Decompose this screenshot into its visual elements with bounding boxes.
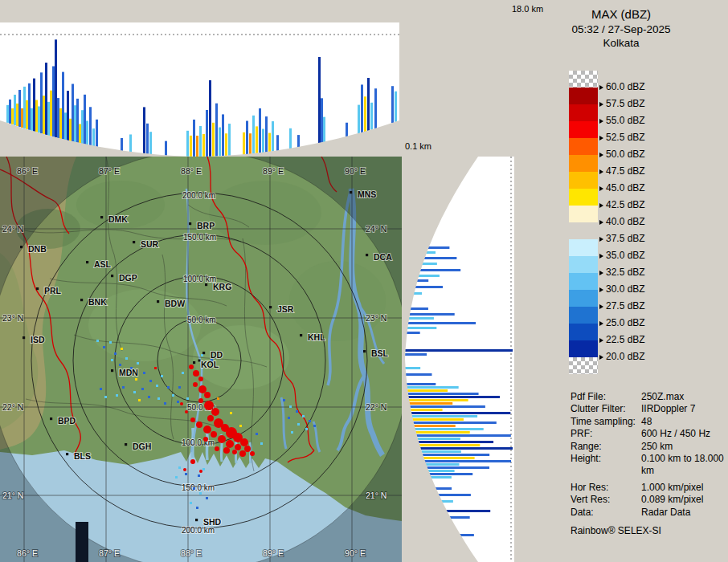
city-label: BSL: [371, 348, 389, 358]
city-label: JSR: [277, 304, 294, 314]
data-gap-bar: [76, 522, 88, 562]
info-row: Range:250 km: [571, 441, 725, 453]
city-label: BRP: [197, 221, 215, 230]
city-marker: [202, 352, 205, 354]
info-row: Clutter Filter:IIRDoppler 7: [571, 403, 725, 415]
legend-label: 27.5 dBZ: [606, 300, 645, 312]
city-marker: [363, 350, 366, 352]
top-profile-chart: [0, 0, 402, 157]
lon-label: 86° E: [17, 548, 38, 558]
lon-label: 88° E: [181, 166, 202, 176]
legend-color-block: [569, 273, 598, 290]
info-value: 48: [641, 416, 725, 428]
legend-tick-icon: [599, 153, 603, 157]
info-label: Clutter Filter:: [571, 403, 641, 415]
info-row: Hor Res:1.000 km/pixel: [571, 482, 725, 494]
lat-label: 21° N: [2, 491, 23, 500]
city-label: BNK: [88, 297, 107, 307]
info-value: 600 Hz / 450 Hz: [641, 428, 725, 440]
legend-color-block: [569, 256, 598, 273]
legend-label: 60.0 dBZ: [606, 81, 645, 92]
info-row: PRF:600 Hz / 450 Hz: [571, 428, 725, 440]
legend-label: 37.5 dBZ: [606, 233, 645, 244]
legend-label: 40.0 dBZ: [606, 216, 645, 227]
city-marker: [100, 216, 103, 218]
legend-tick-icon: [599, 304, 603, 309]
legend-label: 52.5 dBZ: [606, 132, 645, 143]
city-marker: [189, 222, 191, 225]
lon-label: 87° E: [99, 166, 120, 176]
info-value: 250Z.max: [641, 391, 725, 403]
legend-tick-icon: [599, 287, 603, 292]
city-marker: [50, 417, 52, 420]
info-value: 1.000 km/pixel: [641, 482, 725, 494]
legend-color-block: [569, 155, 598, 172]
info-label: Height:: [571, 453, 641, 478]
info-label: Hor Res:: [571, 482, 641, 494]
city-marker: [133, 241, 135, 243]
city-marker: [111, 369, 113, 372]
lon-label: 90° E: [345, 548, 366, 558]
info-label: PRF:: [571, 428, 641, 440]
city-label: KHL: [308, 332, 325, 342]
legend-label: 55.0 dBZ: [606, 115, 645, 126]
info-label: Pdf File:: [571, 391, 641, 403]
radar-display-window: 200.0 km150.0 km100.0 km50.0 km50.0 km10…: [0, 0, 728, 562]
city-marker: [350, 191, 352, 193]
legend-label: 32.5 dBZ: [606, 267, 645, 278]
legend-tick-icon: [599, 321, 603, 326]
legend-label: 25.0 dBZ: [606, 317, 645, 328]
legend-color-block: [569, 239, 598, 256]
range-ring-label: 100.0 km: [182, 438, 215, 447]
city-marker: [80, 299, 83, 301]
range-ring-label: 200.0 km: [182, 526, 215, 535]
city-marker: [205, 283, 207, 286]
info-label: Vert Res:: [571, 494, 641, 506]
legend-tick-icon: [599, 85, 603, 90]
info-label: Time sampling:: [571, 416, 641, 428]
city-label: ISD: [31, 335, 45, 344]
legend-color-block: [569, 104, 598, 121]
info-row: Height:0.100 km to 18.000 km: [571, 453, 725, 478]
legend-color-block: [569, 357, 598, 374]
city-marker: [157, 300, 159, 303]
city-marker: [300, 334, 302, 336]
legend-tick-icon: [599, 254, 603, 259]
legend-color-block: [569, 138, 598, 155]
city-label: SUR: [141, 239, 159, 249]
legend-color-block: [569, 290, 598, 307]
city-marker: [195, 519, 198, 521]
lon-label: 89° E: [263, 548, 284, 558]
info-value: 0.100 km to 18.000 km: [641, 453, 725, 478]
legend-label: 20.0 dBZ: [606, 351, 645, 362]
range-ring-label: 150.0 km: [183, 233, 216, 242]
info-row: Data:Radar Data: [571, 507, 725, 519]
top-height-profile-panel: [0, 0, 402, 157]
city-label: MNS: [358, 189, 376, 199]
lat-label: 22° N: [2, 402, 23, 412]
legend-label: 30.0 dBZ: [606, 283, 645, 295]
info-label: Data:: [571, 507, 641, 519]
legend-color-block: [569, 121, 598, 138]
city-marker: [111, 275, 113, 277]
city-label: DCA: [374, 252, 392, 262]
city-label: BDW: [165, 299, 185, 308]
city-label: DGH: [133, 442, 151, 451]
legend-tick-icon: [599, 237, 603, 242]
city-marker: [193, 361, 195, 364]
city-marker: [20, 246, 22, 248]
height-axis-min-label: 0.1 km: [405, 141, 431, 151]
city-marker: [269, 306, 272, 308]
city-label: DMK: [108, 214, 128, 224]
city-marker: [86, 261, 88, 263]
radar-map: 200.0 km150.0 km100.0 km50.0 km50.0 km10…: [0, 157, 402, 562]
lon-label: 88° E: [181, 548, 202, 558]
lat-label: 24° N: [366, 224, 386, 234]
product-info-block: Pdf File:250Z.maxClutter Filter:IIRDoppl…: [571, 391, 725, 536]
city-marker: [36, 287, 39, 290]
city-label: MDN: [119, 368, 138, 377]
legend-label: 45.0 dBZ: [606, 182, 645, 193]
legend-tick-icon: [599, 338, 603, 343]
lat-label: 24° N: [2, 224, 23, 234]
lon-label: 89° E: [263, 166, 284, 176]
